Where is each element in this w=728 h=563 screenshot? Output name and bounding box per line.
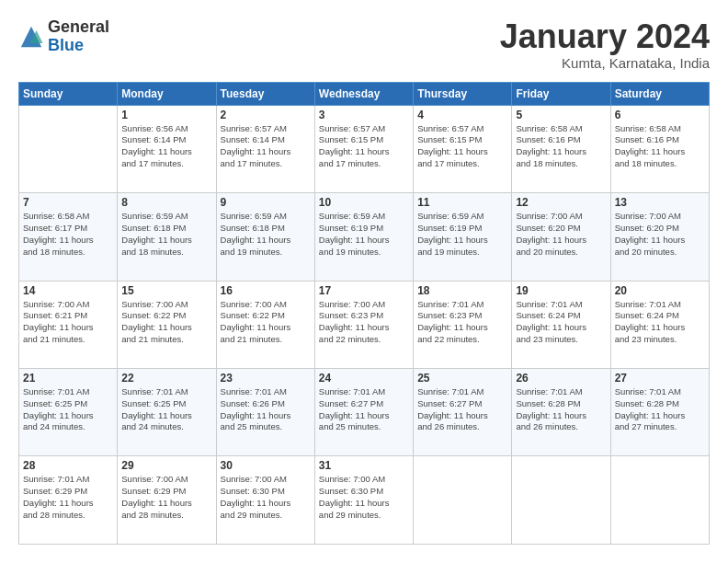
header-sunday: Sunday (19, 82, 118, 105)
day-info: Sunrise: 7:01 AMSunset: 6:28 PMDaylight:… (615, 386, 705, 433)
calendar-week-row: 28Sunrise: 7:01 AMSunset: 6:29 PMDayligh… (19, 456, 710, 545)
table-row: 19Sunrise: 7:01 AMSunset: 6:24 PMDayligh… (512, 281, 610, 368)
header-thursday: Thursday (414, 82, 512, 105)
header: General Blue January 2024 Kumta, Karnata… (18, 18, 710, 71)
day-info: Sunrise: 6:58 AMSunset: 6:16 PMDaylight:… (615, 123, 705, 170)
day-number: 30 (221, 459, 311, 472)
table-row (414, 456, 512, 545)
table-row: 16Sunrise: 7:00 AMSunset: 6:22 PMDayligh… (216, 281, 314, 368)
header-tuesday: Tuesday (216, 82, 314, 105)
day-number: 8 (121, 196, 211, 209)
table-row (512, 456, 610, 545)
day-number: 28 (23, 459, 113, 472)
day-info: Sunrise: 7:00 AMSunset: 6:30 PMDaylight:… (221, 474, 311, 521)
table-row: 15Sunrise: 7:00 AMSunset: 6:22 PMDayligh… (118, 281, 216, 368)
day-info: Sunrise: 7:00 AMSunset: 6:22 PMDaylight:… (121, 299, 211, 346)
logo-general-label: General (48, 18, 109, 37)
logo-blue-label: Blue (48, 37, 109, 55)
table-row: 31Sunrise: 7:00 AMSunset: 6:30 PMDayligh… (314, 456, 413, 545)
table-row: 18Sunrise: 7:01 AMSunset: 6:23 PMDayligh… (414, 281, 512, 368)
day-info: Sunrise: 6:57 AMSunset: 6:15 PMDaylight:… (417, 123, 507, 170)
day-info: Sunrise: 6:58 AMSunset: 6:17 PMDaylight:… (23, 211, 113, 258)
logo: General Blue (18, 18, 109, 55)
day-info: Sunrise: 6:59 AMSunset: 6:19 PMDaylight:… (417, 211, 507, 258)
day-info: Sunrise: 7:01 AMSunset: 6:27 PMDaylight:… (417, 386, 507, 433)
day-info: Sunrise: 7:00 AMSunset: 6:20 PMDaylight:… (516, 211, 606, 258)
table-row (19, 105, 118, 192)
table-row: 14Sunrise: 7:00 AMSunset: 6:21 PMDayligh… (19, 281, 118, 368)
day-number: 6 (615, 109, 705, 121)
header-wednesday: Wednesday (314, 82, 413, 105)
day-info: Sunrise: 6:59 AMSunset: 6:18 PMDaylight:… (121, 211, 211, 258)
day-info: Sunrise: 6:57 AMSunset: 6:15 PMDaylight:… (319, 123, 409, 170)
day-number: 22 (121, 372, 211, 385)
day-info: Sunrise: 6:58 AMSunset: 6:16 PMDaylight:… (516, 123, 606, 170)
day-info: Sunrise: 6:59 AMSunset: 6:18 PMDaylight:… (221, 211, 311, 258)
table-row: 21Sunrise: 7:01 AMSunset: 6:25 PMDayligh… (19, 369, 118, 456)
day-info: Sunrise: 7:01 AMSunset: 6:25 PMDaylight:… (23, 386, 113, 433)
table-row: 13Sunrise: 7:00 AMSunset: 6:20 PMDayligh… (610, 193, 709, 281)
day-number: 3 (319, 109, 409, 121)
table-row: 22Sunrise: 7:01 AMSunset: 6:25 PMDayligh… (118, 369, 216, 456)
day-number: 12 (516, 196, 606, 209)
day-info: Sunrise: 7:00 AMSunset: 6:20 PMDaylight:… (615, 211, 705, 258)
header-friday: Friday (512, 82, 610, 105)
calendar-week-row: 1Sunrise: 6:56 AMSunset: 6:14 PMDaylight… (19, 105, 710, 192)
day-number: 27 (615, 372, 705, 385)
table-row (610, 456, 709, 545)
table-row: 24Sunrise: 7:01 AMSunset: 6:27 PMDayligh… (314, 369, 413, 456)
day-info: Sunrise: 6:57 AMSunset: 6:14 PMDaylight:… (221, 123, 311, 170)
day-info: Sunrise: 7:01 AMSunset: 6:29 PMDaylight:… (23, 474, 113, 521)
table-row: 1Sunrise: 6:56 AMSunset: 6:14 PMDaylight… (118, 105, 216, 192)
title-block: January 2024 Kumta, Karnataka, India (500, 18, 710, 71)
day-info: Sunrise: 6:56 AMSunset: 6:14 PMDaylight:… (121, 123, 211, 170)
weekday-header-row: Sunday Monday Tuesday Wednesday Thursday… (19, 82, 710, 105)
table-row: 3Sunrise: 6:57 AMSunset: 6:15 PMDaylight… (314, 105, 413, 192)
day-info: Sunrise: 6:59 AMSunset: 6:19 PMDaylight:… (319, 211, 409, 258)
day-info: Sunrise: 7:01 AMSunset: 6:26 PMDaylight:… (221, 386, 311, 433)
table-row: 17Sunrise: 7:00 AMSunset: 6:23 PMDayligh… (314, 281, 413, 368)
day-info: Sunrise: 7:00 AMSunset: 6:23 PMDaylight:… (319, 299, 409, 346)
day-info: Sunrise: 7:01 AMSunset: 6:24 PMDaylight:… (516, 299, 606, 346)
table-row: 8Sunrise: 6:59 AMSunset: 6:18 PMDaylight… (118, 193, 216, 281)
day-number: 18 (417, 284, 507, 297)
header-monday: Monday (118, 82, 216, 105)
day-number: 4 (417, 109, 507, 121)
page: General Blue January 2024 Kumta, Karnata… (0, 0, 728, 563)
day-number: 24 (319, 372, 409, 385)
calendar-table: Sunday Monday Tuesday Wednesday Thursday… (18, 82, 710, 545)
day-number: 10 (319, 196, 409, 209)
table-row: 28Sunrise: 7:01 AMSunset: 6:29 PMDayligh… (19, 456, 118, 545)
day-info: Sunrise: 7:01 AMSunset: 6:23 PMDaylight:… (417, 299, 507, 346)
table-row: 30Sunrise: 7:00 AMSunset: 6:30 PMDayligh… (216, 456, 314, 545)
logo-icon (18, 24, 44, 50)
day-number: 31 (319, 459, 409, 472)
day-info: Sunrise: 7:00 AMSunset: 6:21 PMDaylight:… (23, 299, 113, 346)
table-row: 23Sunrise: 7:01 AMSunset: 6:26 PMDayligh… (216, 369, 314, 456)
day-info: Sunrise: 7:01 AMSunset: 6:28 PMDaylight:… (516, 386, 606, 433)
day-info: Sunrise: 7:01 AMSunset: 6:24 PMDaylight:… (615, 299, 705, 346)
day-number: 5 (516, 109, 606, 121)
header-saturday: Saturday (610, 82, 709, 105)
table-row: 5Sunrise: 6:58 AMSunset: 6:16 PMDaylight… (512, 105, 610, 192)
calendar-week-row: 7Sunrise: 6:58 AMSunset: 6:17 PMDaylight… (19, 193, 710, 281)
table-row: 7Sunrise: 6:58 AMSunset: 6:17 PMDaylight… (19, 193, 118, 281)
table-row: 29Sunrise: 7:00 AMSunset: 6:29 PMDayligh… (118, 456, 216, 545)
day-number: 21 (23, 372, 113, 385)
day-number: 1 (121, 109, 211, 121)
day-number: 17 (319, 284, 409, 297)
table-row: 12Sunrise: 7:00 AMSunset: 6:20 PMDayligh… (512, 193, 610, 281)
day-number: 25 (417, 372, 507, 385)
day-info: Sunrise: 7:00 AMSunset: 6:30 PMDaylight:… (319, 474, 409, 521)
day-info: Sunrise: 7:01 AMSunset: 6:27 PMDaylight:… (319, 386, 409, 433)
table-row: 9Sunrise: 6:59 AMSunset: 6:18 PMDaylight… (216, 193, 314, 281)
day-number: 26 (516, 372, 606, 385)
table-row: 4Sunrise: 6:57 AMSunset: 6:15 PMDaylight… (414, 105, 512, 192)
table-row: 10Sunrise: 6:59 AMSunset: 6:19 PMDayligh… (314, 193, 413, 281)
calendar-location: Kumta, Karnataka, India (500, 55, 710, 71)
day-number: 2 (221, 109, 311, 121)
day-info: Sunrise: 7:00 AMSunset: 6:29 PMDaylight:… (121, 474, 211, 521)
day-number: 14 (23, 284, 113, 297)
day-info: Sunrise: 7:01 AMSunset: 6:25 PMDaylight:… (121, 386, 211, 433)
logo-text: General Blue (48, 18, 109, 55)
